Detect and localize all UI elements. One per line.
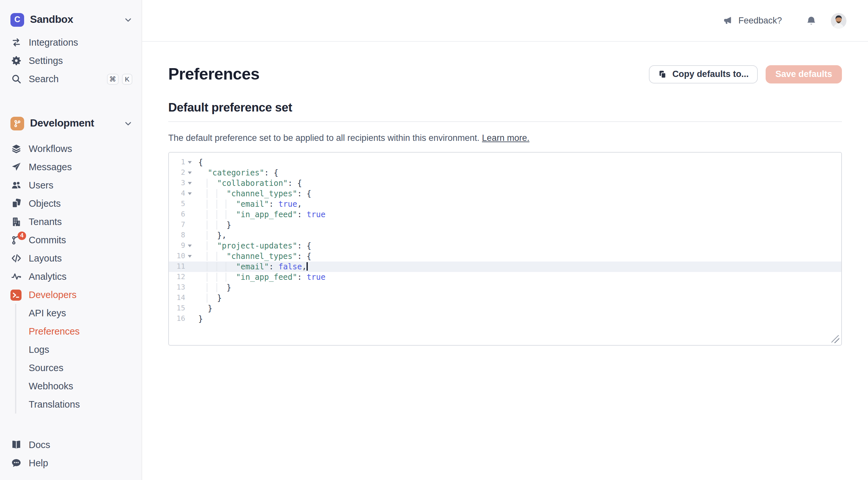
code-area: 1{2 "categories": {3 "collaboration": {4… xyxy=(169,157,841,324)
page-actions: Copy defaults to... Save defaults xyxy=(649,65,842,83)
sidebar-item-label: Workflows xyxy=(29,144,72,154)
copy-defaults-button[interactable]: Copy defaults to... xyxy=(649,65,758,83)
sidebar-item-sources[interactable]: Sources xyxy=(29,359,132,377)
fold-gutter xyxy=(185,220,194,230)
gear-icon xyxy=(10,55,22,66)
user-avatar[interactable] xyxy=(831,13,846,28)
sidebar-item-label: Webhooks xyxy=(29,381,73,391)
save-defaults-label: Save defaults xyxy=(775,69,832,79)
code-brackets-icon xyxy=(10,253,22,264)
sidebar-item-preferences[interactable]: Preferences xyxy=(29,322,132,340)
code-text: "collaboration": { xyxy=(198,178,302,188)
sidebar-item-label: Logs xyxy=(29,344,49,355)
line-number: 7 xyxy=(169,220,185,230)
chat-icon xyxy=(10,457,22,469)
notifications-button[interactable] xyxy=(806,15,816,26)
code-punct: , xyxy=(302,262,307,271)
page-header: Preferences Copy defaults to... Save def… xyxy=(168,65,842,84)
code-line: 15 } xyxy=(169,303,841,314)
fold-toggle-icon[interactable] xyxy=(185,251,194,262)
code-text: "project-updates": { xyxy=(198,241,311,251)
code-line: 16} xyxy=(169,314,841,324)
sidebar-item-translations[interactable]: Translations xyxy=(29,395,132,414)
sidebar-item-analytics[interactable]: Analytics xyxy=(10,267,132,286)
code-punct: } xyxy=(208,304,212,313)
code-text: "channel_types": { xyxy=(198,251,311,262)
sidebar-item-layouts[interactable]: Layouts xyxy=(10,249,132,267)
code-punct: } xyxy=(227,220,231,230)
sidebar-item-developers[interactable]: Developers xyxy=(10,286,132,304)
workspace-switcher[interactable]: C Sandbox xyxy=(10,10,132,29)
sidebar-item-objects[interactable]: Objects xyxy=(10,194,132,213)
sidebar-item-label: Sources xyxy=(29,363,63,373)
code-line: 7 } xyxy=(169,220,841,230)
sidebar-item-label: Integrations xyxy=(29,37,78,48)
sidebar-item-help[interactable]: Help xyxy=(10,454,132,472)
feedback-button[interactable]: Feedback? xyxy=(722,16,782,25)
code-line: 13 } xyxy=(169,282,841,293)
fold-toggle-icon[interactable] xyxy=(185,168,194,178)
sidebar-item-label: Messages xyxy=(29,162,72,172)
resize-handle[interactable] xyxy=(832,335,839,343)
code-text: "categories": { xyxy=(198,168,278,178)
code-line: 12 "in_app_feed": true xyxy=(169,272,841,282)
code-punct: : { xyxy=(297,189,311,198)
fold-toggle-icon[interactable] xyxy=(185,188,194,199)
indent-whitespace xyxy=(198,168,208,177)
code-punct: : xyxy=(297,210,307,219)
sidebar-item-webhooks[interactable]: Webhooks xyxy=(29,377,132,395)
code-punct: } xyxy=(217,294,222,303)
fold-toggle-icon[interactable] xyxy=(185,178,194,188)
code-text: "email": false, xyxy=(198,262,308,272)
code-string: "email" xyxy=(236,262,269,271)
line-number: 8 xyxy=(169,230,185,241)
keyboard-shortcut: ⌘K xyxy=(106,73,132,85)
learn-more-link[interactable]: Learn more. xyxy=(482,133,530,143)
sidebar-item-commits[interactable]: 4Commits xyxy=(10,231,132,249)
sidebar-item-messages[interactable]: Messages xyxy=(10,158,132,176)
building-icon xyxy=(10,216,22,227)
fold-toggle-icon[interactable] xyxy=(185,241,194,251)
sidebar-item-users[interactable]: Users xyxy=(10,176,132,194)
save-defaults-button[interactable]: Save defaults xyxy=(766,65,842,83)
pulse-icon xyxy=(10,271,22,282)
fold-gutter xyxy=(185,282,194,293)
json-editor[interactable]: 1{2 "categories": {3 "collaboration": {4… xyxy=(168,152,842,346)
description-text: The default preference set to be applied… xyxy=(168,133,479,143)
fold-gutter xyxy=(185,272,194,282)
sidebar-item-label: Docs xyxy=(29,440,50,450)
code-string: "categories" xyxy=(208,168,264,177)
paper-plane-icon xyxy=(10,161,22,173)
section-divider xyxy=(168,121,842,122)
sidebar-item-integrations[interactable]: Integrations xyxy=(10,33,132,52)
line-number: 2 xyxy=(169,168,185,178)
sidebar-item-tenants[interactable]: Tenants xyxy=(10,213,132,231)
code-punct: : xyxy=(269,200,278,209)
environment-icon xyxy=(10,116,24,130)
commits-badge: 4 xyxy=(18,231,26,240)
sidebar-item-logs[interactable]: Logs xyxy=(29,340,132,359)
fold-gutter xyxy=(185,262,194,272)
sidebar-item-search[interactable]: Search⌘K xyxy=(10,70,132,88)
workspace-name: Sandbox xyxy=(30,14,73,25)
terminal-icon xyxy=(10,289,22,300)
code-punct: { xyxy=(198,158,203,167)
line-number: 10 xyxy=(169,251,185,262)
sidebar-item-api-keys[interactable]: API keys xyxy=(29,304,132,322)
code-line: 5 "email": true, xyxy=(169,199,841,209)
bell-icon xyxy=(806,15,816,26)
code-string: "channel_types" xyxy=(227,252,298,261)
sidebar-item-label: Objects xyxy=(29,198,61,209)
sidebar-item-settings[interactable]: Settings xyxy=(10,52,132,70)
developers-subnav: API keysPreferencesLogsSourcesWebhooksTr… xyxy=(15,304,132,414)
line-number: 15 xyxy=(169,303,185,314)
indent-whitespace xyxy=(198,304,208,313)
main-content: Preferences Copy defaults to... Save def… xyxy=(142,42,868,346)
code-line: 1{ xyxy=(169,157,841,168)
environment-switcher[interactable]: Development xyxy=(10,114,132,133)
sidebar-item-workflows[interactable]: Workflows xyxy=(10,140,132,158)
fold-toggle-icon[interactable] xyxy=(185,157,194,168)
code-punct: : xyxy=(297,273,307,282)
code-line: 3 "collaboration": { xyxy=(169,178,841,188)
sidebar-item-docs[interactable]: Docs xyxy=(10,436,132,454)
